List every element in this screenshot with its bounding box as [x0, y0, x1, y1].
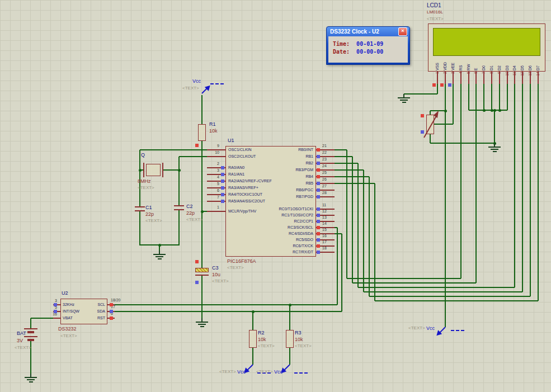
date-row: Date:00-00-00: [333, 48, 403, 56]
pin-state-indicator: [448, 83, 451, 87]
wire-segment: [369, 296, 530, 297]
wire-segment: [139, 211, 140, 245]
wire-segment: [483, 84, 484, 110]
c1-capacitor[interactable]: [135, 206, 145, 207]
u1-pin-name: RB6/PGC: [241, 188, 313, 192]
bat-battery[interactable]: [24, 328, 37, 329]
wire-segment: [357, 163, 359, 287]
lcd-pin-number: 1: [435, 72, 440, 82]
q-crystal[interactable]: [146, 164, 161, 176]
wire-segment: [437, 84, 438, 94]
ground-icon: [200, 326, 204, 327]
u1-pin-name: RC0/T1OSO/T1CKI: [241, 207, 313, 211]
schematic-canvas[interactable]: U1 PIC16F876A <TEXT> U2 DS3232 <TEXT> LC…: [0, 0, 551, 392]
wire-segment: [530, 84, 531, 296]
pin-state-indicator: [421, 130, 424, 134]
q-value-label: 8MHz: [138, 178, 151, 184]
c2-capacitor[interactable]: [174, 205, 184, 206]
pin-state-indicator: [221, 193, 224, 196]
wire-segment: [179, 156, 207, 157]
wire-segment: [289, 305, 290, 330]
wire-segment: [178, 210, 180, 245]
pin-state-indicator: [110, 303, 113, 306]
c1-value-label: 22p: [145, 211, 154, 217]
lcd-pin-name: RS: [459, 57, 463, 70]
u1-pin-number: 18: [322, 246, 336, 251]
wire-segment: [522, 84, 523, 292]
lcd-pin-number: 7: [482, 72, 486, 82]
time-value: 00-01-09: [356, 41, 383, 47]
u2-pin-number: 17: [111, 305, 126, 309]
pin-state-indicator: [317, 244, 320, 248]
lcd-pin-name: D5: [520, 57, 525, 70]
lcd-pin-name: D6: [528, 57, 533, 70]
u1-pin-number: 21: [322, 144, 336, 148]
r2-resistor[interactable]: [249, 330, 257, 348]
bat-plate-short-2: [27, 339, 34, 341]
u2-pin-name: RST: [72, 316, 105, 320]
wire-segment: [453, 84, 454, 124]
u1-pin-number: 4: [206, 175, 219, 180]
u2-pin-name: SCL: [72, 303, 105, 307]
junction-dot: [493, 109, 496, 112]
bat-plate-short-1: [27, 331, 34, 333]
ground-icon: [29, 381, 33, 382]
c3-value-label: 10u: [212, 272, 220, 277]
rtc-clock-popup[interactable]: DS3232 Clock - U2 × Time:00-01-09 Date:0…: [326, 26, 410, 65]
u1-pin-name: RB7/PGD: [241, 195, 313, 199]
wire-segment: [507, 84, 508, 110]
lcd-pin-name: D7: [536, 57, 540, 70]
u2-pin-number: 6: [111, 311, 126, 316]
u1-pin-name: RB4: [241, 174, 313, 179]
r1-resistor[interactable]: [198, 124, 206, 141]
lcd-pin-name: E: [474, 57, 478, 70]
junction-dot: [498, 109, 501, 112]
pin-state-indicator: [221, 186, 224, 190]
u1-pin-number: 7: [206, 195, 219, 200]
lcd-pin-name: D1: [489, 57, 494, 70]
wire-segment: [163, 169, 179, 171]
ground-icon: [158, 258, 162, 259]
u1-pin-number: 23: [322, 157, 336, 162]
wire-segment: [115, 304, 337, 305]
r1-ref-label: R1: [209, 121, 216, 127]
r3-resistor[interactable]: [286, 330, 294, 348]
wire-segment: [335, 156, 352, 157]
wire-segment: [363, 170, 364, 292]
wire-segment: [499, 84, 500, 110]
vcc-label-r3: Vcc: [274, 369, 282, 375]
junction-dot: [444, 110, 447, 112]
date-value: 00-00-00: [356, 49, 383, 55]
u1-pin-name: RC5/SDO: [241, 238, 313, 242]
pin-state-indicator: [317, 232, 320, 235]
ground-icon: [27, 379, 35, 380]
ground-icon: [402, 102, 406, 103]
c3-capacitor[interactable]: [195, 268, 209, 272]
wire-segment: [252, 311, 253, 330]
wire-segment: [31, 318, 53, 319]
pin-state-indicator: [317, 175, 320, 178]
u2-ref-label: U2: [62, 290, 68, 296]
u1-text-placeholder: <TEXT>: [227, 265, 244, 270]
pin-state-indicator: [221, 173, 224, 176]
bat-plate-long-2: [24, 336, 37, 337]
u1-pin-number: 14: [322, 221, 336, 226]
wire-segment: [358, 287, 515, 288]
lcd-pin-name: D4: [512, 57, 517, 70]
wire-segment: [468, 84, 469, 110]
u1-pin-name: RC2/CCP1: [241, 219, 313, 224]
wire-segment: [538, 84, 539, 301]
pot-wiper-arrow-icon: [418, 108, 444, 141]
lcd-pin-number: 6: [474, 72, 478, 82]
lcd-pin-number: 9: [497, 72, 502, 82]
wire-segment: [469, 110, 507, 111]
c1-ref-label: C1: [145, 205, 152, 210]
u1-pin-name: RC1/T1OSI/CCP2: [241, 213, 313, 218]
u1-pin-number: 6: [206, 188, 219, 193]
lcd-pin-number: 4: [459, 72, 463, 82]
popup-titlebar[interactable]: DS3232 Clock - U2 ×: [328, 27, 408, 36]
pin-state-indicator: [317, 207, 320, 211]
close-icon[interactable]: ×: [398, 27, 407, 36]
popup-title: DS3232 Clock - U2: [330, 29, 398, 35]
u1-pin-name: RA5/AN4/SS/C2OUT: [228, 199, 265, 204]
